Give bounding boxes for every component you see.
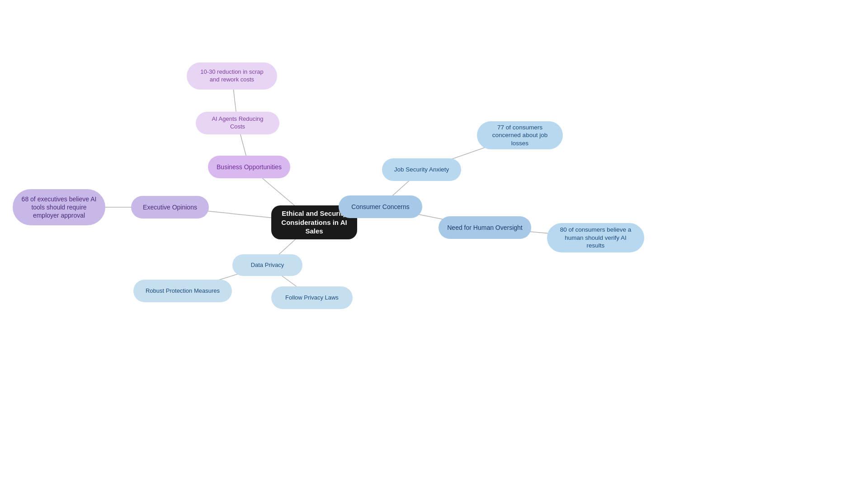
scrap-reduction-node: 10-30 reduction in scrap and rework cost… (187, 62, 277, 90)
ai-agents-label: AI Agents Reducing Costs (204, 115, 271, 131)
robust-protection-label: Robust Protection Measures (146, 287, 220, 295)
job-stat-label: 77 of consumers concerned about job loss… (485, 124, 555, 147)
follow-privacy-node: Follow Privacy Laws (271, 286, 353, 309)
executive-opinions-label: Executive Opinions (143, 203, 197, 211)
human-stat-node: 80 of consumers believe a human should v… (547, 223, 644, 252)
exec-stat-label: 68 of executives believe AI tools should… (21, 195, 97, 220)
consumer-concerns-label: Consumer Concerns (351, 203, 409, 211)
scrap-reduction-label: 10-30 reduction in scrap and rework cost… (195, 68, 269, 84)
executive-opinions-node: Executive Opinions (131, 196, 209, 219)
job-security-label: Job Security Anxiety (394, 166, 449, 174)
robust-protection-node: Robust Protection Measures (133, 280, 232, 302)
consumer-concerns-node: Consumer Concerns (339, 195, 422, 218)
human-oversight-node: Need for Human Oversight (439, 216, 531, 239)
job-security-node: Job Security Anxiety (382, 158, 461, 181)
business-opportunities-node: Business Opportunities (208, 156, 290, 178)
exec-stat-node: 68 of executives believe AI tools should… (13, 189, 105, 225)
data-privacy-label: Data Privacy (251, 262, 284, 269)
data-privacy-node: Data Privacy (232, 254, 302, 276)
center-label: Ethical and Security Considerations in A… (279, 209, 349, 236)
business-opps-label: Business Opportunities (217, 163, 282, 171)
human-oversight-label: Need for Human Oversight (447, 224, 523, 232)
job-stat-node: 77 of consumers concerned about job loss… (477, 121, 563, 149)
ai-agents-node: AI Agents Reducing Costs (196, 112, 279, 134)
follow-privacy-label: Follow Privacy Laws (285, 294, 339, 302)
human-stat-label: 80 of consumers believe a human should v… (555, 226, 636, 250)
